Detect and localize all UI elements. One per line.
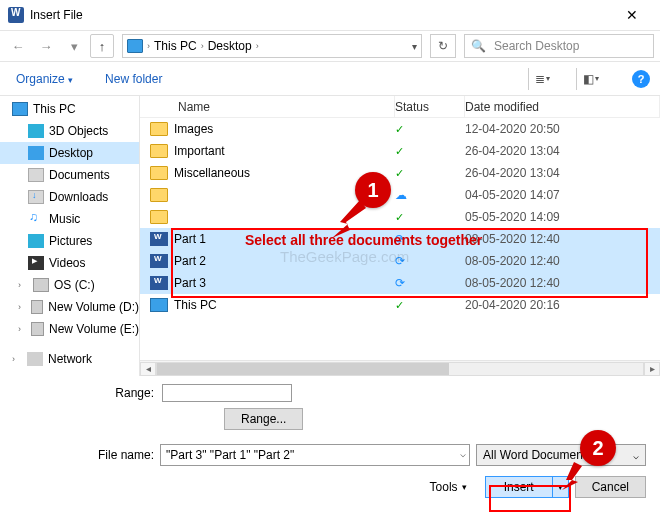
col-date[interactable]: Date modified xyxy=(465,96,660,117)
folder-icon xyxy=(150,188,168,202)
sidebar-item-documents[interactable]: Documents xyxy=(0,164,139,186)
status-icon xyxy=(395,166,404,180)
search-icon: 🔍 xyxy=(471,39,486,53)
search-box[interactable]: 🔍 xyxy=(464,34,654,58)
folder-icon xyxy=(150,166,168,180)
pc-icon xyxy=(150,298,168,312)
status-icon xyxy=(395,188,407,202)
filename-combo[interactable]: ⌵ xyxy=(160,444,470,466)
file-row[interactable]: Important26-04-2020 13:04 xyxy=(140,140,660,162)
sidebar-item-os-c-[interactable]: ›OS (C:) xyxy=(0,274,139,296)
svg-marker-0 xyxy=(332,200,366,238)
dl-icon xyxy=(28,190,44,204)
view-details-icon[interactable]: ≣▾ xyxy=(528,68,556,90)
annotation-arrow-2 xyxy=(562,462,592,492)
window-title: Insert File xyxy=(30,8,612,22)
breadcrumb[interactable]: › This PC › Desktop › ▾ xyxy=(122,34,422,58)
sidebar-item-new-volume-d-[interactable]: ›New Volume (D:) xyxy=(0,296,139,318)
column-headers[interactable]: Name Status Date modified xyxy=(140,96,660,118)
pc-icon xyxy=(127,39,143,53)
sidebar-this-pc[interactable]: This PC xyxy=(0,98,139,120)
tools-menu[interactable]: Tools▾ xyxy=(430,480,467,494)
sidebar-item-3d-objects[interactable]: 3D Objects xyxy=(0,120,139,142)
horizontal-scrollbar[interactable]: ◂ ▸ xyxy=(140,360,660,376)
sidebar-item-videos[interactable]: Videos xyxy=(0,252,139,274)
range-label: Range: xyxy=(14,386,154,400)
preview-pane-icon[interactable]: ◧▾ xyxy=(576,68,604,90)
folder-icon xyxy=(150,122,168,136)
drv-icon xyxy=(33,278,49,292)
filename-label: File name: xyxy=(14,448,154,462)
filetype-filter[interactable]: All Word Documents⌵ xyxy=(476,444,646,466)
status-icon xyxy=(395,298,404,312)
range-input[interactable] xyxy=(162,384,292,402)
nav-toolbar: ← → ▾ ↑ › This PC › Desktop › ▾ ↻ 🔍 xyxy=(0,30,660,62)
status-icon xyxy=(395,122,404,136)
refresh-button[interactable]: ↻ xyxy=(430,34,456,58)
breadcrumb-item[interactable]: Desktop xyxy=(208,39,252,53)
sidebar-network[interactable]: ›Network xyxy=(0,348,139,370)
sidebar-item-desktop[interactable]: Desktop xyxy=(0,142,139,164)
nav-sidebar: This PC 3D ObjectsDesktopDocumentsDownlo… xyxy=(0,96,140,376)
file-row[interactable]: 04-05-2020 14:07 xyxy=(140,184,660,206)
folder-icon xyxy=(150,210,168,224)
sidebar-item-downloads[interactable]: Downloads xyxy=(0,186,139,208)
back-button[interactable]: ← xyxy=(6,34,30,58)
sidebar-item-pictures[interactable]: Pictures xyxy=(0,230,139,252)
command-bar: Organize ▾ New folder ≣▾ ◧▾ ? xyxy=(0,62,660,96)
desk-icon xyxy=(28,146,44,160)
cube-icon xyxy=(28,124,44,138)
sidebar-item-new-volume-e-[interactable]: ›New Volume (E:) xyxy=(0,318,139,340)
up-button[interactable]: ↑ xyxy=(90,34,114,58)
filename-dropdown-icon[interactable]: ⌵ xyxy=(460,448,466,459)
mus-icon xyxy=(28,212,44,226)
file-row[interactable]: Images12-04-2020 20:50 xyxy=(140,118,660,140)
breadcrumb-dropdown[interactable]: ▾ xyxy=(412,41,417,52)
annotation-arrow-1 xyxy=(330,200,370,240)
word-icon xyxy=(150,276,168,290)
status-icon xyxy=(395,210,404,224)
file-row[interactable]: 05-05-2020 14:09 xyxy=(140,206,660,228)
doc-icon xyxy=(28,168,44,182)
scroll-left[interactable]: ◂ xyxy=(140,362,156,376)
col-name[interactable]: Name xyxy=(150,96,395,117)
forward-button: → xyxy=(34,34,58,58)
word-app-icon xyxy=(8,7,24,23)
new-folder-button[interactable]: New folder xyxy=(99,70,168,88)
vid-icon xyxy=(28,256,44,270)
word-icon xyxy=(150,232,168,246)
col-status[interactable]: Status xyxy=(395,96,465,117)
pic-icon xyxy=(28,234,44,248)
breadcrumb-item[interactable]: This PC xyxy=(154,39,197,53)
file-row[interactable]: Miscellaneous26-04-2020 13:04 xyxy=(140,162,660,184)
organize-menu[interactable]: Organize ▾ xyxy=(10,70,79,88)
history-dropdown[interactable]: ▾ xyxy=(62,34,86,58)
annotation-marker-2: 2 xyxy=(580,430,616,466)
drv-icon xyxy=(31,300,44,314)
folder-icon xyxy=(150,144,168,158)
svg-marker-1 xyxy=(562,462,582,490)
word-icon xyxy=(150,254,168,268)
filename-input[interactable] xyxy=(160,444,470,466)
close-button[interactable]: ✕ xyxy=(612,7,652,23)
drv-icon xyxy=(31,322,44,336)
sidebar-item-music[interactable]: Music xyxy=(0,208,139,230)
annotation-insert-box xyxy=(489,485,571,512)
scroll-thumb[interactable] xyxy=(157,363,449,375)
status-icon xyxy=(395,144,404,158)
scroll-right[interactable]: ▸ xyxy=(644,362,660,376)
range-button[interactable]: Range... xyxy=(224,408,303,430)
help-button[interactable]: ? xyxy=(632,70,650,88)
title-bar: Insert File ✕ xyxy=(0,0,660,30)
annotation-text: Select all three documents together xyxy=(245,232,535,248)
search-input[interactable] xyxy=(492,38,647,54)
